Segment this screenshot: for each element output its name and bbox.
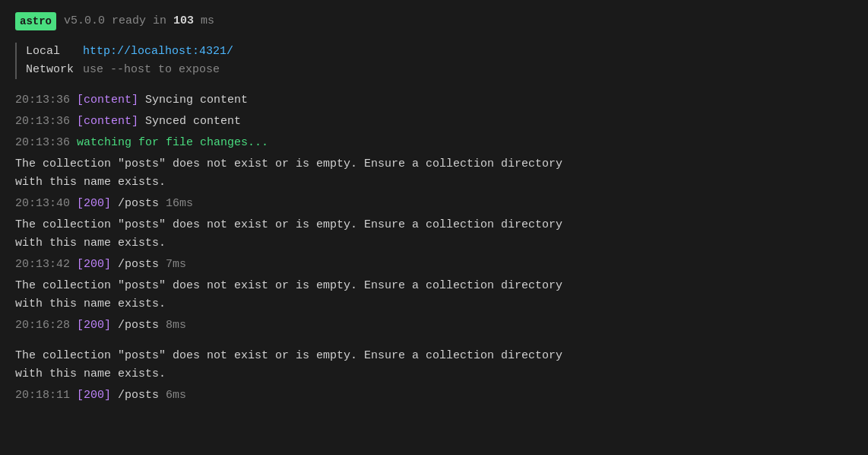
tag-200-1: [200] [77, 197, 111, 210]
log-line-5: 20:13:42 [200] /posts 7ms [15, 256, 853, 274]
timestamp-7: 20:18:11 [15, 389, 70, 402]
log-message-1: Syncing content [145, 94, 248, 107]
header-line: astro v5.0.0 ready in 103 ms [15, 12, 853, 30]
error-text-4: The collection "posts" does not exist or… [15, 349, 562, 362]
blank-line [15, 338, 853, 347]
ready-text: ready in [112, 14, 173, 27]
log-line-6: 20:16:28 [200] /posts 8ms [15, 317, 853, 335]
error-block-1: The collection "posts" does not exist or… [15, 155, 853, 192]
terminal-window: astro v5.0.0 ready in 103 ms Local http:… [15, 12, 853, 405]
ms-value: 103 [173, 14, 194, 27]
astro-badge: astro [15, 12, 56, 30]
log-path-1: /posts [118, 197, 166, 210]
tag-content-2: [content] [77, 115, 138, 128]
timestamp-3: 20:13:36 [15, 136, 70, 149]
log-path-4: /posts [118, 389, 166, 402]
network-label: Network [26, 61, 75, 79]
log-line-4: 20:13:40 [200] /posts 16ms [15, 195, 853, 213]
network-row: Network use --host to expose [26, 61, 853, 79]
server-info: Local http://localhost:4321/ Network use… [15, 43, 853, 79]
log-timing-2: 7ms [166, 258, 186, 271]
header-text: v5.0.0 ready in 103 ms [64, 12, 214, 30]
tag-content-1: [content] [77, 94, 138, 107]
error-text-3: The collection "posts" does not exist or… [15, 279, 562, 292]
local-label: Local [26, 43, 75, 61]
error-block-3: The collection "posts" does not exist or… [15, 277, 853, 313]
log-timing-3: 8ms [166, 319, 186, 332]
log-timing-4: 6ms [166, 389, 186, 402]
error-text-4b: with this name exists. [15, 368, 166, 380]
timestamp-6: 20:16:28 [15, 319, 70, 332]
tag-200-4: [200] [77, 389, 111, 402]
log-line-2: 20:13:36 [content] Synced content [15, 113, 853, 131]
network-note: use --host to expose [83, 61, 220, 79]
error-block-4: The collection "posts" does not exist or… [15, 347, 853, 383]
error-text-1b: with this name exists. [15, 176, 166, 189]
tag-200-3: [200] [77, 319, 111, 332]
local-url[interactable]: http://localhost:4321/ [83, 43, 233, 61]
timestamp-4: 20:13:40 [15, 197, 70, 210]
error-text-3b: with this name exists. [15, 298, 166, 310]
log-path-2: /posts [118, 258, 166, 271]
watching-tag: watching for file changes... [77, 136, 268, 149]
log-line-7: 20:18:11 [200] /posts 6ms [15, 387, 853, 405]
error-text-1: The collection "posts" does not exist or… [15, 158, 562, 170]
log-line-1: 20:13:36 [content] Syncing content [15, 91, 853, 110]
timestamp-5: 20:13:42 [15, 258, 70, 271]
version-text: v5.0.0 [64, 14, 105, 27]
log-timing-1: 16ms [166, 197, 193, 210]
timestamp-1: 20:13:36 [15, 94, 70, 107]
error-text-2b: with this name exists. [15, 237, 166, 250]
local-row: Local http://localhost:4321/ [26, 43, 853, 61]
ms-unit: ms [194, 14, 214, 27]
error-text-2: The collection "posts" does not exist or… [15, 218, 562, 231]
log-container: 20:13:36 [content] Syncing content 20:13… [15, 91, 853, 405]
log-path-3: /posts [118, 319, 166, 332]
error-block-2: The collection "posts" does not exist or… [15, 216, 853, 253]
tag-200-2: [200] [77, 258, 111, 271]
log-message-2: Synced content [145, 115, 241, 128]
timestamp-2: 20:13:36 [15, 115, 70, 128]
log-line-3: 20:13:36 watching for file changes... [15, 134, 853, 152]
